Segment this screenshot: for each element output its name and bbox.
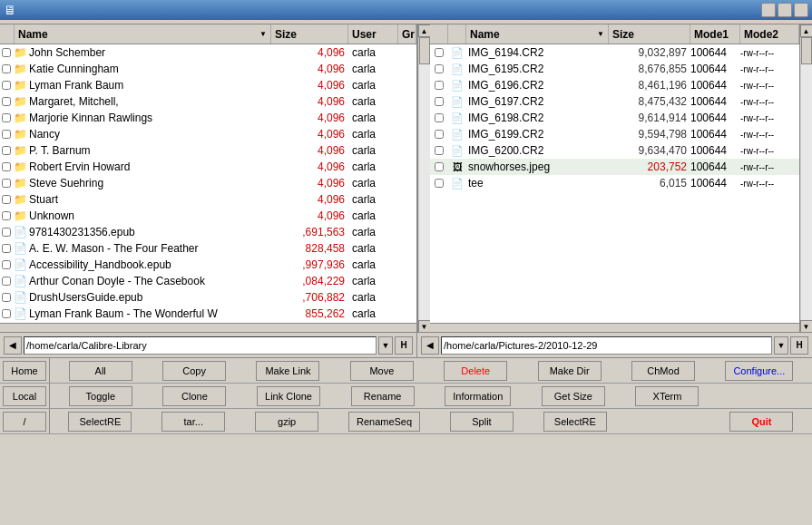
clone-button[interactable]: Clone xyxy=(162,386,226,406)
left-col-check[interactable] xyxy=(0,24,15,44)
left-path-back-btn[interactable]: ◀ xyxy=(4,336,22,355)
right-file-list[interactable]: 📄 IMG_6194.CR2 9,032,897 100644 -rw-r--r… xyxy=(430,44,799,323)
right-path-input[interactable] xyxy=(441,336,772,355)
left-list-item[interactable]: 📄 A. E. W. Mason - The Four Feather 828,… xyxy=(0,240,416,257)
right-list-item[interactable]: 📄 IMG_6199.CR2 9,594,798 100644 -rw-r--r… xyxy=(430,126,799,142)
information-button[interactable]: Information xyxy=(445,386,511,406)
file-checkbox[interactable] xyxy=(0,309,13,318)
file-checkbox[interactable] xyxy=(0,228,13,237)
get-size-button[interactable]: Get Size xyxy=(542,386,605,406)
left-list-item[interactable]: 📁 Stuart 4,096 carla xyxy=(0,191,416,208)
left-path-input[interactable] xyxy=(24,336,377,355)
rename-button[interactable]: Rename xyxy=(351,386,415,406)
left-col-group[interactable]: Gr xyxy=(398,24,416,44)
select-re-left-button[interactable]: SelectRE xyxy=(68,412,132,432)
right-path-back-btn[interactable]: ◀ xyxy=(421,336,439,355)
right-vscrollbar[interactable]: ▲ ▼ xyxy=(799,24,812,333)
toggle-button[interactable]: Toggle xyxy=(69,386,132,406)
gzip-button[interactable]: gzip xyxy=(255,412,318,432)
xterm-button[interactable]: XTerm xyxy=(635,386,699,406)
right-file-checkbox[interactable] xyxy=(430,162,448,171)
left-list-item[interactable]: 📁 Unknown 4,096 carla xyxy=(0,208,416,224)
left-list-item[interactable]: 📁 John Schember 4,096 carla xyxy=(0,44,416,61)
right-col-name[interactable]: Name▼ xyxy=(466,24,609,44)
right-file-checkbox[interactable] xyxy=(430,48,448,57)
file-checkbox[interactable] xyxy=(0,130,13,139)
file-checkbox[interactable] xyxy=(0,195,13,204)
tar-button[interactable]: tar... xyxy=(161,412,225,432)
maximize-button[interactable] xyxy=(778,3,792,17)
left-vscrollbar[interactable]: ▲ ▼ xyxy=(417,24,430,333)
right-scroll-up-btn[interactable]: ▲ xyxy=(800,24,813,37)
scroll-thumb[interactable] xyxy=(419,37,430,64)
left-list-item[interactable]: 📁 Katie Cunningham 4,096 carla xyxy=(0,61,416,77)
right-file-checkbox[interactable] xyxy=(430,97,448,106)
file-checkbox[interactable] xyxy=(0,146,13,155)
right-file-checkbox[interactable] xyxy=(430,179,448,188)
right-list-item[interactable]: 📄 IMG_6195.CR2 8,676,855 100644 -rw-r--r… xyxy=(430,61,799,77)
right-file-checkbox[interactable] xyxy=(430,130,448,139)
quit-button[interactable]: Quit xyxy=(729,412,793,432)
right-list-item[interactable]: 📄 IMG_6196.CR2 8,461,196 100644 -rw-r--r… xyxy=(430,77,799,93)
right-col-mode1[interactable]: Mode1 xyxy=(690,24,740,44)
right-file-checkbox[interactable] xyxy=(430,81,448,90)
right-list-item[interactable]: 🖼 snowhorses.jpeg 203,752 100644 -rw-r--… xyxy=(430,159,799,175)
home-label-btn[interactable]: Home xyxy=(3,361,46,381)
chmod-button[interactable]: ChMod xyxy=(631,361,695,381)
configure-button[interactable]: Configure... xyxy=(725,361,793,381)
file-checkbox[interactable] xyxy=(0,244,13,253)
left-list-item[interactable]: 📄 DrushUsersGuide.epub ,706,882 carla xyxy=(0,289,416,306)
right-hscrollbar[interactable] xyxy=(430,323,799,332)
left-list-item[interactable]: 📁 Steve Suehring 4,096 carla xyxy=(0,175,416,191)
right-list-item[interactable]: 📄 IMG_6198.CR2 9,614,914 100644 -rw-r--r… xyxy=(430,110,799,126)
left-list-item[interactable]: 📁 Marjorie Kinnan Rawlings 4,096 carla xyxy=(0,110,416,126)
file-checkbox[interactable] xyxy=(0,162,13,171)
right-file-checkbox[interactable] xyxy=(430,113,448,122)
left-list-item[interactable]: 📁 Margaret, Mitchell, 4,096 carla xyxy=(0,93,416,110)
left-list-item[interactable]: 📄 Arthur Conan Doyle - The Casebook ,084… xyxy=(0,273,416,289)
right-col-mode2[interactable]: Mode2 xyxy=(740,24,799,44)
file-checkbox[interactable] xyxy=(0,64,13,73)
right-scroll-down-btn[interactable]: ▼ xyxy=(800,320,813,333)
scroll-down-btn[interactable]: ▼ xyxy=(418,320,431,333)
file-checkbox[interactable] xyxy=(0,211,13,220)
left-list-item[interactable]: 📄 9781430231356.epub ,691,563 carla xyxy=(0,224,416,240)
left-list-item[interactable]: 📄 Accessibility_Handbook.epub ,997,936 c… xyxy=(0,257,416,273)
make-dir-button[interactable]: Make Dir xyxy=(538,361,602,381)
right-list-item[interactable]: 📄 IMG_6197.CR2 8,475,432 100644 -rw-r--r… xyxy=(430,93,799,110)
right-list-item[interactable]: 📄 tee 6,015 100644 -rw-r--r-- xyxy=(430,175,799,191)
make-link-button[interactable]: Make Link xyxy=(256,361,319,381)
scroll-up-btn[interactable]: ▲ xyxy=(418,24,431,37)
left-col-user[interactable]: User xyxy=(348,24,398,44)
close-button[interactable] xyxy=(794,3,808,17)
right-col-size[interactable]: Size xyxy=(609,24,690,44)
right-scroll-thumb[interactable] xyxy=(801,37,812,64)
left-list-item[interactable]: 📁 Lyman Frank Baum 4,096 carla xyxy=(0,77,416,93)
right-list-item[interactable]: 📄 IMG_6194.CR2 9,032,897 100644 -rw-r--r… xyxy=(430,44,799,61)
left-path-dropdown[interactable]: ▼ xyxy=(378,336,393,355)
file-checkbox[interactable] xyxy=(0,179,13,188)
split-button[interactable]: Split xyxy=(450,412,514,432)
left-col-size[interactable]: Size xyxy=(271,24,348,44)
file-checkbox[interactable] xyxy=(0,48,13,57)
left-col-name[interactable]: Name▼ xyxy=(15,24,271,44)
delete-button[interactable]: Delete xyxy=(444,361,507,381)
minimize-button[interactable] xyxy=(761,3,776,17)
slash-label-btn[interactable]: / xyxy=(3,412,46,432)
right-file-checkbox[interactable] xyxy=(430,146,448,155)
right-list-item[interactable]: 📄 IMG_6200.CR2 9,634,470 100644 -rw-r--r… xyxy=(430,142,799,159)
left-list-item[interactable]: 📄 Lyman Frank Baum - The Wonderful W 855… xyxy=(0,306,416,322)
rename-seq-button[interactable]: RenameSeq xyxy=(348,412,420,432)
all-button[interactable]: All xyxy=(69,361,132,381)
select-re-right-button[interactable]: SelectRE xyxy=(543,412,607,432)
file-checkbox[interactable] xyxy=(0,113,13,122)
left-list-item[interactable]: 📁 Robert Ervin Howard 4,096 carla xyxy=(0,159,416,175)
left-hscrollbar[interactable] xyxy=(0,323,416,332)
file-checkbox[interactable] xyxy=(0,260,13,269)
left-list-item[interactable]: 📁 P. T. Barnum 4,096 carla xyxy=(0,142,416,159)
file-checkbox[interactable] xyxy=(0,277,13,286)
local-label-btn[interactable]: Local xyxy=(3,386,46,406)
move-button[interactable]: Move xyxy=(350,361,414,381)
right-col-check[interactable] xyxy=(430,24,448,44)
right-path-dropdown[interactable]: ▼ xyxy=(774,336,788,355)
